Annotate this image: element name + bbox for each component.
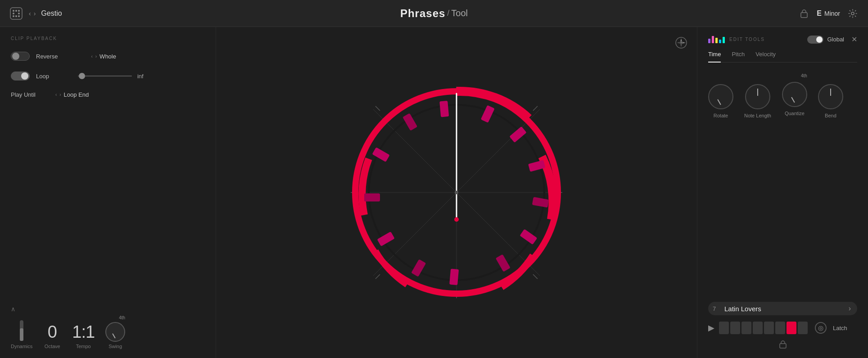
- note-length-item: Note Length: [744, 73, 771, 118]
- dynamics-item: Dynamics: [11, 319, 32, 349]
- preset-row[interactable]: 7 Latin Lovers ›: [708, 302, 857, 315]
- top-bar: ‹ › Gestio Phrases / Tool E Minor: [0, 0, 868, 27]
- app-icon[interactable]: [9, 6, 23, 21]
- cell-4[interactable]: [753, 322, 763, 334]
- right-panel: EDIT TOOLS Global ✕ Time Pitch Velocity: [697, 27, 868, 358]
- lock-row: [708, 340, 857, 350]
- left-panel: CLIP PLAYBACK Reverse ‹ › Whole Loop: [0, 27, 216, 358]
- tempo-item: 1:1 Tempo: [72, 322, 95, 349]
- edit-tools-title: EDIT TOOLS: [729, 37, 803, 42]
- svg-rect-33: [439, 101, 449, 117]
- svg-point-7: [15, 15, 17, 17]
- top-bar-center: Phrases / Tool: [400, 7, 468, 20]
- swing-badge: 4th: [119, 315, 125, 320]
- tab-velocity[interactable]: Velocity: [755, 51, 776, 59]
- svg-point-4: [13, 13, 14, 14]
- reverse-row: Reverse ‹ › Whole: [11, 52, 205, 61]
- nav-back[interactable]: ‹: [29, 10, 31, 17]
- swing-knob-wrap: 4th: [105, 315, 125, 342]
- edit-tools-header: EDIT TOOLS Global ✕: [708, 35, 857, 44]
- play-until-row: Play Until ‹ › Loop End: [11, 91, 205, 98]
- loop-toggle[interactable]: [11, 72, 30, 81]
- svg-rect-12: [20, 328, 23, 341]
- svg-marker-15: [680, 44, 682, 47]
- knob-grid: Rotate Note Length 4th Quantize: [708, 73, 857, 118]
- center-panel: [216, 27, 697, 358]
- svg-rect-34: [481, 105, 495, 123]
- key-display[interactable]: E Minor: [817, 9, 840, 18]
- whole-prev[interactable]: ‹: [91, 54, 92, 59]
- quantize-label: Quantize: [785, 111, 805, 116]
- cell-2[interactable]: [730, 322, 740, 334]
- settings-icon[interactable]: [846, 7, 859, 20]
- play-button[interactable]: ▶: [708, 323, 714, 333]
- reverse-toggle[interactable]: [11, 52, 30, 61]
- quantize-item: 4th Quantize: [782, 73, 807, 116]
- edit-tools-tabs: Time Pitch Velocity: [708, 51, 857, 63]
- palette-button[interactable]: ◎: [815, 322, 827, 334]
- tab-time[interactable]: Time: [708, 51, 721, 63]
- dynamics-control[interactable]: [15, 319, 28, 342]
- svg-line-30: [533, 274, 538, 279]
- compass-icon[interactable]: [674, 36, 688, 49]
- global-toggle[interactable]: [807, 36, 823, 44]
- tempo-value[interactable]: 1:1: [72, 322, 95, 342]
- rotate-item: Rotate: [708, 73, 733, 118]
- play-until-label: Play Until: [11, 91, 36, 98]
- svg-marker-16: [677, 42, 680, 44]
- note-length-label: Note Length: [744, 113, 771, 118]
- bottom-lock-icon[interactable]: [779, 340, 787, 350]
- whole-stepper[interactable]: ‹ › Whole: [91, 53, 116, 60]
- svg-rect-40: [449, 269, 459, 285]
- reverse-label: Reverse: [36, 53, 58, 60]
- rotate-knob[interactable]: [708, 84, 733, 109]
- bend-knob[interactable]: [818, 84, 843, 109]
- whole-next[interactable]: ›: [95, 54, 97, 59]
- svg-point-8: [18, 15, 20, 17]
- svg-rect-37: [532, 197, 549, 208]
- note-length-knob[interactable]: [745, 84, 770, 109]
- title-separator: /: [447, 9, 449, 18]
- transport-row: Dynamics 0 Octave 1:1 Tempo 4th: [11, 315, 205, 349]
- loop-slider[interactable]: [78, 76, 132, 76]
- swing-knob[interactable]: [105, 322, 125, 342]
- cell-3[interactable]: [741, 322, 751, 334]
- nav-arrows[interactable]: ‹ ›: [29, 10, 36, 17]
- cell-6[interactable]: [775, 322, 785, 334]
- clip-playback-label: CLIP PLAYBACK: [11, 36, 205, 41]
- loop-end-next[interactable]: ›: [59, 92, 61, 97]
- pattern-cells: [719, 322, 808, 334]
- svg-line-29: [375, 274, 380, 279]
- svg-point-48: [455, 191, 458, 194]
- nav-forward[interactable]: ›: [34, 10, 36, 17]
- svg-point-10: [851, 12, 854, 15]
- svg-rect-0: [10, 8, 22, 19]
- loop-row: Loop inf: [11, 72, 205, 81]
- cell-8[interactable]: [798, 322, 808, 334]
- svg-rect-43: [364, 193, 380, 201]
- loop-end-stepper[interactable]: ‹ › Loop End: [55, 91, 89, 98]
- svg-point-1: [13, 10, 14, 12]
- collapse-btn[interactable]: ∧: [11, 305, 205, 313]
- loop-slider-row: inf: [78, 73, 144, 80]
- svg-point-6: [13, 15, 14, 17]
- bend-item: Bend: [818, 73, 843, 118]
- quantize-knob[interactable]: [782, 82, 807, 107]
- circular-visualizer[interactable]: [339, 76, 574, 309]
- close-edit-tools[interactable]: ✕: [851, 35, 857, 44]
- lock-icon[interactable]: [798, 7, 810, 20]
- tab-pitch[interactable]: Pitch: [732, 51, 745, 59]
- cell-1[interactable]: [719, 322, 729, 334]
- svg-rect-9: [801, 13, 807, 18]
- preset-arrow[interactable]: ›: [849, 304, 851, 313]
- loop-end-prev[interactable]: ‹: [55, 92, 57, 97]
- quantize-badge: 4th: [801, 73, 807, 78]
- whole-value: Whole: [99, 53, 116, 60]
- bottom-section: 7 Latin Lovers › ▶ ◎ Latch: [708, 302, 857, 350]
- octave-value[interactable]: 0: [43, 322, 61, 342]
- cell-7[interactable]: [787, 322, 796, 334]
- svg-rect-36: [528, 160, 545, 172]
- transport-area: ∧ Dynamics 0 Octave: [11, 305, 205, 349]
- cell-5[interactable]: [764, 322, 774, 334]
- octave-label: Octave: [45, 344, 60, 349]
